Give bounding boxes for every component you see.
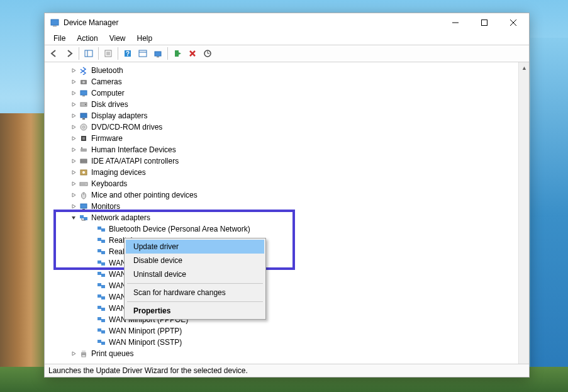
expand-icon[interactable] bbox=[70, 157, 77, 165]
tree-item[interactable]: Realtek bbox=[45, 246, 529, 257]
close-button[interactable] bbox=[499, 13, 528, 32]
expand-icon[interactable] bbox=[70, 67, 77, 74]
tree-item[interactable]: WAN Miniport (PPTP) bbox=[45, 325, 529, 337]
tree-item[interactable]: WAN M bbox=[45, 303, 529, 314]
action-list-button[interactable] bbox=[136, 47, 150, 60]
tree-item[interactable]: WAN M bbox=[45, 269, 529, 280]
menu-action[interactable]: Action bbox=[72, 33, 103, 43]
show-hide-tree-button[interactable] bbox=[82, 47, 96, 60]
netadapter-icon bbox=[96, 337, 106, 347]
netadapter-icon bbox=[96, 224, 106, 234]
menu-file[interactable]: File bbox=[48, 33, 70, 43]
titlebar[interactable]: Device Manager bbox=[45, 13, 529, 32]
tree-item[interactable]: WAN M bbox=[45, 257, 529, 269]
svg-rect-59 bbox=[97, 260, 101, 264]
tree-item[interactable]: Firmware bbox=[45, 133, 529, 144]
netadapter-icon bbox=[96, 326, 106, 336]
netadapter-icon bbox=[96, 292, 106, 302]
expand-icon[interactable] bbox=[70, 180, 77, 188]
scan-hardware-button[interactable] bbox=[201, 47, 214, 60]
tree-item[interactable]: IDE ATA/ATAPI controllers bbox=[45, 155, 529, 167]
tree-item[interactable]: WAN Miniport (PPPOE) bbox=[45, 314, 529, 325]
tree-item-label: WAN Miniport (SSTP) bbox=[109, 338, 182, 347]
svg-point-27 bbox=[85, 104, 86, 105]
expand-icon[interactable] bbox=[70, 78, 77, 86]
properties-button[interactable] bbox=[101, 47, 115, 60]
svg-point-31 bbox=[83, 126, 85, 128]
tree-item[interactable]: WAN M bbox=[45, 291, 529, 303]
expand-icon[interactable] bbox=[70, 191, 77, 199]
scroll-up-arrow[interactable]: ▲ bbox=[519, 62, 529, 73]
help-button[interactable]: ? bbox=[121, 47, 135, 60]
svg-point-23 bbox=[82, 81, 85, 84]
expand-icon[interactable] bbox=[70, 146, 77, 154]
tree-item[interactable]: Display adapters bbox=[45, 110, 529, 121]
tree-item[interactable]: Print queues bbox=[45, 348, 529, 359]
svg-point-39 bbox=[82, 171, 85, 174]
menu-help[interactable]: Help bbox=[132, 33, 158, 43]
svg-rect-73 bbox=[97, 340, 101, 343]
ctx-properties[interactable]: Properties bbox=[126, 304, 264, 318]
tree-item[interactable]: WAN Miniport (SSTP) bbox=[45, 337, 529, 348]
tree-item[interactable]: Cameras bbox=[45, 76, 529, 87]
tree-item[interactable]: Computer bbox=[45, 87, 529, 99]
minimize-button[interactable] bbox=[441, 13, 470, 32]
tree-item-label: Monitors bbox=[91, 202, 120, 211]
tree-item[interactable]: Realtek bbox=[45, 235, 529, 246]
netadapter-icon bbox=[96, 269, 106, 279]
expand-icon[interactable] bbox=[70, 112, 77, 120]
ide-icon bbox=[79, 156, 89, 166]
tree-item[interactable]: Bluetooth bbox=[45, 65, 529, 76]
menu-view[interactable]: View bbox=[104, 33, 131, 43]
bluetooth-icon bbox=[79, 65, 89, 76]
tree-item[interactable]: Network adapters bbox=[45, 212, 529, 223]
statusbar: Launches the Update Driver Wizard for th… bbox=[45, 364, 529, 377]
expand-icon[interactable] bbox=[70, 101, 77, 108]
tree-item[interactable]: Imaging devices bbox=[45, 167, 529, 178]
svg-rect-62 bbox=[101, 274, 105, 277]
tree-item[interactable]: Human Interface Devices bbox=[45, 144, 529, 155]
expand-icon[interactable] bbox=[70, 350, 77, 357]
collapse-icon[interactable] bbox=[70, 214, 77, 221]
vertical-scrollbar[interactable]: ▲ bbox=[518, 62, 529, 364]
svg-rect-24 bbox=[81, 91, 87, 95]
maximize-button[interactable] bbox=[470, 13, 499, 32]
svg-rect-0 bbox=[51, 20, 58, 25]
svg-rect-47 bbox=[81, 204, 87, 208]
ctx-uninstall-device[interactable]: Uninstall device bbox=[126, 267, 264, 281]
tree-item-label: DVD/CD-ROM drives bbox=[91, 123, 162, 132]
ctx-update-driver[interactable]: Update driver bbox=[126, 240, 264, 254]
tree-item[interactable]: DVD/CD-ROM drives bbox=[45, 121, 529, 133]
tree-item[interactable]: Keyboards bbox=[45, 178, 529, 189]
expand-icon[interactable] bbox=[70, 123, 77, 131]
ctx-disable-device[interactable]: Disable device bbox=[126, 254, 264, 267]
netadapter-icon bbox=[96, 281, 106, 291]
svg-rect-14 bbox=[139, 50, 147, 57]
update-driver-button[interactable] bbox=[151, 47, 165, 60]
hid-icon bbox=[79, 145, 89, 155]
tree-item[interactable]: Mice and other pointing devices bbox=[45, 189, 529, 201]
tree-item[interactable]: Monitors bbox=[45, 201, 529, 212]
svg-rect-1 bbox=[53, 26, 57, 26]
svg-rect-76 bbox=[82, 350, 86, 352]
tree-item[interactable]: WAN M bbox=[45, 280, 529, 291]
tree-item-label: Disk drives bbox=[91, 100, 128, 109]
svg-rect-17 bbox=[157, 57, 159, 57]
tree-item-label: Imaging devices bbox=[91, 168, 146, 177]
expand-icon[interactable] bbox=[70, 135, 77, 142]
tree-item-label: Bluetooth Device (Personal Area Network) bbox=[109, 225, 250, 233]
expand-icon[interactable] bbox=[70, 89, 77, 97]
tree-item[interactable]: Disk drives bbox=[45, 99, 529, 110]
enable-device-button[interactable] bbox=[170, 47, 184, 60]
expand-icon[interactable] bbox=[70, 203, 77, 210]
back-button[interactable] bbox=[47, 47, 61, 60]
expand-icon[interactable] bbox=[70, 169, 77, 176]
netadapter-icon bbox=[96, 303, 106, 313]
uninstall-button[interactable] bbox=[186, 47, 199, 60]
svg-rect-63 bbox=[97, 283, 101, 286]
forward-button[interactable] bbox=[62, 47, 76, 60]
device-manager-window: Device Manager File Action View Help ? B… bbox=[44, 13, 530, 378]
ctx-scan-hardware[interactable]: Scan for hardware changes bbox=[126, 286, 264, 300]
tree-item[interactable]: Bluetooth Device (Personal Area Network) bbox=[45, 223, 529, 235]
device-tree[interactable]: BluetoothCamerasComputerDisk drivesDispl… bbox=[45, 62, 529, 364]
